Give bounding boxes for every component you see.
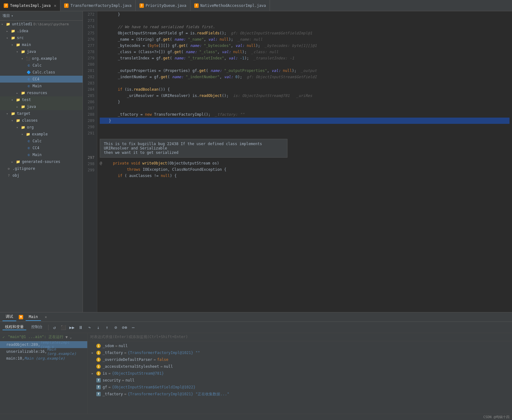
var-item-is[interactable]: ▸ i is = {ObjectInputStream@781} (90, 370, 509, 377)
folder-icon-java: 📁 (21, 49, 26, 54)
var-item-sdom[interactable]: i _sdom = null (90, 342, 509, 349)
code-line-289: } (100, 118, 509, 124)
btn-step-over[interactable]: ↷ (86, 324, 93, 331)
tree-label-main2: Main (33, 84, 42, 88)
var-eq-is: = (108, 371, 110, 376)
line-280: 280 (85, 61, 94, 68)
tab-native-label: NativeMethodAccessorImpl.java (200, 3, 266, 8)
var-item-security[interactable]: f security = null (90, 377, 509, 384)
bottom-tab-bar: 调试 M Main × (0, 312, 512, 322)
var-name-sdom: _sdom (103, 344, 114, 348)
btn-pause[interactable]: ⏸ (77, 324, 84, 331)
java-icon: J (4, 3, 8, 8)
var-icon-is: i (96, 371, 101, 376)
btn-restart[interactable]: ↺ (51, 324, 58, 331)
tab-native[interactable]: J NativeMethodAccessorImpl.java (190, 0, 270, 11)
sidebar-title: 项目 (3, 13, 10, 18)
tree-item-resources[interactable]: ▸ 📁 resources (0, 89, 83, 96)
tree-item-gitignore[interactable]: ⊘ .gitignore (0, 165, 83, 172)
btn-step-out[interactable]: ↑ (104, 324, 110, 331)
line-277: 277 (85, 43, 94, 49)
tree-item-calc-class[interactable]: 🔷 Calc.class (0, 69, 83, 76)
line-286: 286 (85, 99, 94, 105)
var-item-tfactory2[interactable]: f _tfactory = {TransformerFactoryImpl@10… (90, 391, 509, 397)
tab-templates[interactable]: J TemplatesImpl.java × (0, 0, 60, 11)
var-item-override-parser[interactable]: i _overrideDefaultParser = false (90, 356, 509, 363)
tree-item-java[interactable]: ▾ 📁 java (0, 48, 83, 55)
tree-item-main3[interactable]: © Main (0, 151, 83, 158)
code-line-286: } (100, 99, 509, 105)
tree-item-main2[interactable]: © Main (0, 83, 83, 89)
line-283: 283 (85, 80, 94, 86)
java-file-icon-cc4-2: © (26, 146, 31, 150)
tree-item-calc2[interactable]: © Calc (0, 138, 83, 144)
var-item-access-external[interactable]: i _accessExternalStylesheet = null (90, 363, 509, 370)
tree-item-org-example[interactable]: ▾ ⬛ org.example (0, 55, 83, 62)
tab-debug[interactable]: 调试 (3, 313, 16, 321)
annotation-marker: @ (100, 160, 102, 166)
tab-transformer[interactable]: J TransformerFactoryImpl.java (60, 0, 135, 11)
tree-item-target[interactable]: ▾ 📁 target (0, 110, 83, 117)
expr-bar-text[interactable]: 对表达式求值(Enter)或添加监视(Ctrl+Shift+Enter) (90, 334, 509, 340)
java-file-icon-main: © (26, 84, 31, 88)
tree-item-src[interactable]: ▾ 📁 src (0, 34, 83, 41)
debug-frames: readObject:289, TemplatesImpl (com.s uns… (0, 341, 87, 414)
tab-templates-close[interactable]: × (54, 3, 56, 8)
code-line-288: _tfactory = new TransformerFactoryImpl()… (100, 111, 509, 118)
frame-unserializable[interactable]: unserializable:16, Main (org.example) (0, 348, 87, 355)
code-line-281: _outputProperties = (Properties) gf.get(… (100, 68, 509, 74)
filter-icon[interactable]: ▼ (65, 335, 68, 339)
tree-item-obj[interactable]: ? obj (0, 172, 83, 179)
tab-main[interactable]: Main (26, 313, 41, 321)
tab-templates-label: TemplatesImpl.java (10, 3, 51, 8)
tree-item-java2[interactable]: ▸ 📁 java (0, 103, 83, 110)
btn-step-into[interactable]: ↓ (95, 324, 102, 331)
var-expand-tfactory[interactable]: ▸ (91, 351, 96, 355)
tree-label-target: target (17, 111, 30, 116)
sidebar-dropdown-arrow[interactable]: ▾ (11, 14, 13, 18)
var-expand-is[interactable]: ▸ (91, 371, 96, 376)
tree-item-classes[interactable]: ▾ 📁 classes (0, 117, 83, 124)
tree-item-calc[interactable]: © Calc (0, 62, 83, 69)
tree-item-test[interactable]: ▾ 📁 test (0, 96, 83, 103)
var-item-gf[interactable]: f gf = {ObjectInputStream$GetFieldImpl@1… (90, 384, 509, 391)
tree-item-main[interactable]: ▾ 📁 main (0, 41, 83, 48)
code-line-279: _transletIndex = gf.get( name: "_transle… (100, 55, 509, 61)
btn-run-to-cursor[interactable]: ⊘ (112, 324, 119, 331)
tree-item-org[interactable]: ▾ 📁 org (0, 124, 83, 131)
tab-transformer-label: TransformerFactoryImpl.java (70, 3, 131, 8)
debug-tab-close[interactable]: × (45, 315, 47, 319)
code-line-280 (100, 61, 509, 68)
tree-item-generated[interactable]: ▸ 📁 generated-sources (0, 158, 83, 165)
filter-dropdown[interactable]: ⌄ (70, 335, 72, 339)
tab-console[interactable]: 控制台 (28, 323, 46, 331)
hint-box: This is to fix bugzilla bug 22438 If the… (100, 139, 287, 158)
thread-status-text: "main"@1 ...ain": 正在运行 (8, 334, 63, 340)
btn-more[interactable]: ⋯ (130, 324, 137, 331)
tree-arrow-untitled1: ▾ (1, 23, 6, 26)
expr-bar: 对表达式求值(Enter)或添加监视(Ctrl+Shift+Enter) (88, 333, 512, 341)
line-276: 276 (85, 36, 94, 43)
tree-item-idea[interactable]: ▸ 📁 .idea (0, 28, 83, 34)
btn-stop[interactable]: ⬛ (60, 324, 67, 331)
tree-item-cc4-2[interactable]: © CC4 (0, 144, 83, 151)
btn-resume[interactable]: ▶▶ (68, 324, 75, 331)
line-299: 299 (85, 167, 94, 173)
tab-threads-vars[interactable]: 线程和变量 (3, 324, 26, 330)
btn-evaluate[interactable]: ⊘⊗ (121, 324, 128, 331)
code-area[interactable]: 272 273 274 275 276 277 278 279 280 281 … (83, 11, 512, 312)
frame-main[interactable]: main:10, Main (org.example) (0, 355, 87, 362)
watermark: CSDN @鸣锅十四 (483, 415, 509, 419)
var-item-tfactory[interactable]: ▸ i _tfactory = {TransformerFactoryImpl@… (90, 349, 509, 356)
tree-item-untitled1[interactable]: ▾ 📁 untitled1 D:\bianyi\pycharm (0, 21, 83, 28)
tab-priority[interactable]: J PriorityQueue.java (136, 0, 190, 11)
tree-item-cc4[interactable]: © CC4 (0, 76, 83, 83)
tree-arrow-java: ▾ (16, 50, 21, 53)
tree-item-example[interactable]: ▾ 📁 example (0, 131, 83, 138)
bottom-status-bar: CSDN @鸣锅十四 (0, 414, 512, 420)
tree-label-java2: java (27, 104, 36, 109)
hint-text: This is to fix bugzilla bug 22438 If the… (104, 142, 262, 155)
var-icon-tfactory2: f (96, 392, 101, 396)
debug-content: ✓ "main"@1 ...ain": 正在运行 ▼ ⌄ readObject:… (0, 333, 512, 414)
line-282: 282 (85, 74, 94, 80)
